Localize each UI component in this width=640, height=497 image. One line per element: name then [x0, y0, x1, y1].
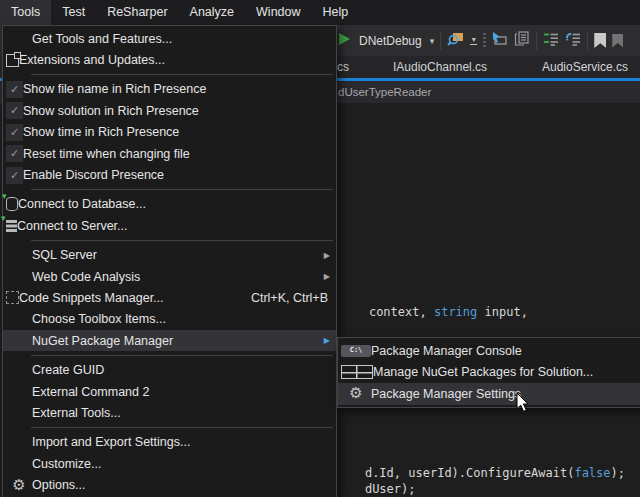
start-debug-icon[interactable] [338, 32, 351, 50]
menu-item[interactable]: Show solution in Rich Presence [3, 100, 336, 121]
menubar-item[interactable]: Help [312, 0, 360, 25]
find-in-files-icon[interactable] [447, 31, 464, 51]
menu-item[interactable]: Reset time when changing file [3, 143, 336, 164]
menu-item-icon [6, 220, 17, 232]
submenu-arrow-icon [318, 336, 330, 345]
menu-item[interactable]: Options... [3, 474, 336, 495]
toolbar-separator [587, 32, 588, 50]
submenu-item-label: Manage NuGet Packages for Solution... [373, 365, 593, 379]
menu-item-label: External Tools... [32, 406, 121, 420]
navigate-to-icon[interactable] [492, 31, 508, 50]
menu-item-icon [6, 102, 23, 119]
menu-item-label: Show file name in Rich Presence [23, 82, 206, 96]
menu-item-label: Connect to Server... [17, 219, 127, 233]
menubar-item[interactable]: Window [245, 0, 311, 25]
submenu-arrow-icon [318, 272, 330, 281]
submenu-item[interactable]: Package Manager Settings [338, 383, 640, 405]
menu-item[interactable]: Import and Export Settings... [3, 432, 336, 453]
next-bookmark-icon[interactable] [612, 34, 623, 48]
document-tab[interactable]: cs [337, 56, 349, 78]
toolbar-separator [536, 32, 537, 50]
submenu-item-icon [341, 365, 373, 379]
tools-menu-dropdown: Get Tools and Features... Extensions and… [2, 25, 337, 497]
menu-item-label: Show time in Rich Presence [23, 125, 179, 139]
submenu-item[interactable]: Manage NuGet Packages for Solution... [338, 362, 640, 384]
menubar-item[interactable]: Tools [0, 0, 51, 25]
vs-ide-window: Tools Test ReSharper Analyze Window Help… [0, 0, 640, 497]
menu-item[interactable]: Connect to Server... [3, 215, 336, 236]
document-tab[interactable]: IAudioChannel.cs [393, 56, 487, 78]
mouse-cursor [516, 393, 530, 418]
menu-item[interactable]: Connect to Database... [3, 194, 336, 215]
menu-item-icon [6, 167, 23, 184]
submenu-item-label: Package Manager Console [371, 344, 522, 358]
type-breadcrumb[interactable]: dUserTypeReader [338, 81, 431, 103]
menu-item-label: Web Code Analysis [32, 270, 140, 284]
menu-item[interactable]: Customize... [3, 453, 336, 474]
code-line: se); [336, 484, 394, 497]
menubar-item[interactable]: Test [51, 0, 96, 25]
format-document-icon[interactable] [543, 32, 559, 50]
menu-item[interactable]: Enable Discord Presence [3, 164, 336, 185]
menu-item-icon [6, 291, 19, 304]
menu-item-label: Extensions and Updates... [19, 53, 165, 67]
menu-bar: Tools Test ReSharper Analyze Window Help [0, 0, 640, 25]
menu-item[interactable]: External Tools... [3, 402, 336, 423]
menu-separator [3, 424, 336, 432]
menu-item-label: SQL Server [32, 248, 97, 262]
menu-item[interactable]: Show file name in Rich Presence [3, 79, 336, 100]
menu-item-icon [6, 197, 18, 211]
debug-config-selector[interactable]: DNetDebug [357, 34, 424, 48]
document-tab[interactable]: AudioService.cs [542, 56, 628, 78]
menu-item-label: External Command 2 [32, 385, 149, 399]
menu-item-label: NuGet Package Manager [32, 334, 173, 348]
menu-item-shortcut: Ctrl+K, Ctrl+B [251, 291, 328, 305]
menu-item-label: Reset time when changing file [23, 147, 190, 161]
submenu-item[interactable]: C:\ Package Manager Console [338, 340, 640, 362]
menu-item-icon [6, 478, 32, 493]
menu-item[interactable]: Create GUID [3, 359, 336, 380]
menubar-item[interactable]: Analyze [179, 0, 245, 25]
menu-item[interactable]: Web Code Analysis [3, 266, 336, 287]
copy-code-icon[interactable] [514, 31, 530, 50]
menu-item-label: Show solution in Rich Presence [23, 104, 199, 118]
menu-item-label: Code Snippets Manager... [19, 291, 164, 305]
submenu-arrow-icon [318, 251, 330, 260]
console-icon-text: C:\ [350, 347, 363, 354]
menu-item[interactable]: NuGet Package Manager [3, 330, 336, 351]
format-selection-icon[interactable] [565, 32, 581, 50]
menu-item[interactable]: Extensions and Updates... [3, 49, 336, 70]
menu-item-label: Options... [32, 478, 86, 492]
nuget-submenu: C:\ Package Manager Console Manage NuGet… [337, 337, 640, 408]
find-overflow-caret-icon[interactable]: ▾ [470, 37, 477, 45]
menu-item-label: Customize... [32, 457, 101, 471]
menu-separator [3, 237, 336, 245]
menu-item-label: Connect to Database... [18, 197, 146, 211]
menu-item-label: Enable Discord Presence [23, 168, 164, 182]
toolbar-grip[interactable] [483, 33, 486, 49]
submenu-item-label: Package Manager Settings [371, 387, 521, 401]
menu-item[interactable]: Show time in Rich Presence [3, 122, 336, 143]
menu-item-label: Choose Toolbox Items... [32, 312, 166, 326]
menu-item-label: Create GUID [32, 363, 104, 377]
menubar-item[interactable]: ReSharper [96, 0, 178, 25]
submenu-item-icon: C:\ [341, 345, 371, 357]
menu-item[interactable]: External Command 2 [3, 381, 336, 402]
menu-item-icon [6, 145, 23, 162]
menu-item-icon [6, 124, 23, 141]
menu-item-label: Import and Export Settings... [32, 435, 190, 449]
menu-item-icon [6, 81, 23, 98]
menu-item[interactable]: Choose Toolbox Items... [3, 309, 336, 330]
menu-item[interactable]: Code Snippets Manager... Ctrl+K, Ctrl+B [3, 287, 336, 308]
menu-item[interactable]: Get Tools and Features... [3, 28, 336, 49]
menu-separator [3, 71, 336, 79]
menu-item-label: Get Tools and Features... [32, 32, 172, 46]
menu-item-icon [6, 54, 19, 67]
menu-item[interactable]: SQL Server [3, 245, 336, 266]
bookmark-icon[interactable] [594, 33, 606, 48]
menu-separator [3, 186, 336, 194]
submenu-item-icon [341, 386, 371, 401]
code-line: context, string input, [340, 277, 528, 319]
config-dropdown-caret-icon[interactable]: ▾ [430, 36, 435, 46]
menu-separator [3, 351, 336, 359]
